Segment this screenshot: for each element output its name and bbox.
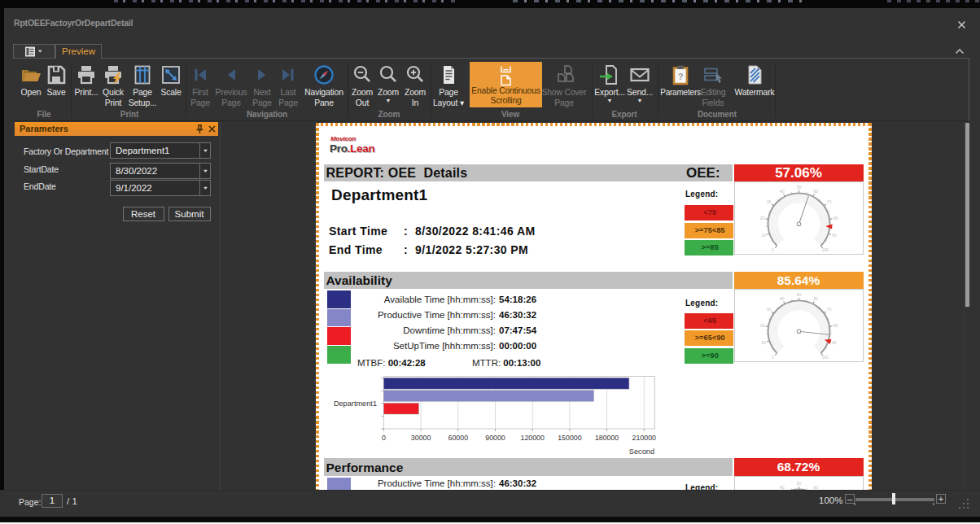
svg-text:30: 30 bbox=[767, 199, 772, 204]
svg-text:20: 20 bbox=[760, 323, 765, 328]
svg-text:40: 40 bbox=[780, 189, 785, 194]
svg-text:60: 60 bbox=[813, 189, 818, 194]
svg-text:20: 20 bbox=[760, 216, 765, 221]
svg-text:0: 0 bbox=[772, 355, 774, 360]
svg-text:0: 0 bbox=[772, 247, 774, 252]
svg-text:40: 40 bbox=[780, 485, 785, 490]
svg-text:210000: 210000 bbox=[632, 434, 656, 442]
svg-text:10: 10 bbox=[761, 233, 766, 238]
svg-text:90: 90 bbox=[832, 340, 837, 345]
svg-text:70: 70 bbox=[827, 307, 832, 312]
svg-text:80: 80 bbox=[833, 323, 838, 328]
svg-text:30: 30 bbox=[767, 307, 772, 312]
svg-text:60: 60 bbox=[813, 485, 818, 490]
svg-text:30000: 30000 bbox=[411, 434, 431, 442]
svg-text:60000: 60000 bbox=[448, 434, 469, 442]
svg-text:0: 0 bbox=[382, 434, 386, 442]
svg-text:180000: 180000 bbox=[595, 434, 619, 442]
svg-text:150000: 150000 bbox=[558, 434, 581, 442]
svg-text:120000: 120000 bbox=[521, 434, 545, 442]
svg-text:90: 90 bbox=[832, 233, 837, 238]
svg-text:Second: Second bbox=[629, 448, 654, 456]
svg-text:100: 100 bbox=[822, 247, 829, 252]
svg-text:Department1: Department1 bbox=[334, 400, 377, 408]
svg-text:50: 50 bbox=[797, 185, 802, 190]
svg-text:70: 70 bbox=[827, 199, 832, 204]
svg-text:90000: 90000 bbox=[485, 434, 505, 442]
svg-text:80: 80 bbox=[833, 216, 838, 221]
svg-text:100: 100 bbox=[822, 355, 829, 360]
svg-text:60: 60 bbox=[813, 296, 818, 301]
svg-text:40: 40 bbox=[780, 296, 785, 301]
svg-text:50: 50 bbox=[797, 481, 802, 486]
svg-text:10: 10 bbox=[761, 340, 766, 345]
svg-text:50: 50 bbox=[797, 292, 802, 297]
